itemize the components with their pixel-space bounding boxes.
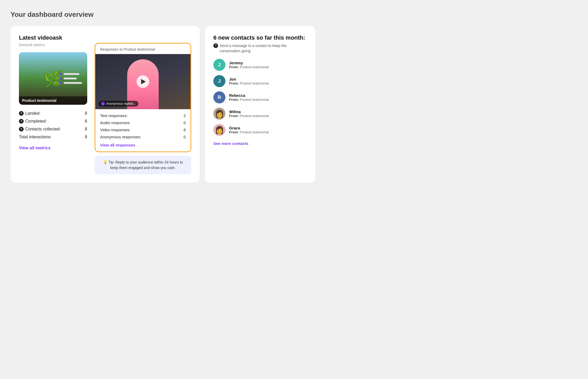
metric-value-completed: 6: [85, 119, 87, 124]
metric-row-landed: ? Landed: 8: [19, 111, 87, 116]
thumb-bar: [64, 73, 79, 75]
contacts-list: J Jeremy From: Product testimonial J Jon…: [213, 59, 307, 136]
contacts-subtitle-text: Send a message to a contact to keep the …: [220, 43, 307, 54]
contact-source-jon: From: Product testimonial: [229, 81, 269, 85]
left-card-title: Latest videoask: [19, 34, 191, 41]
thumb-dot: [60, 73, 62, 75]
metric-row-left: ? Landed:: [19, 111, 40, 116]
metric-value-contacts: 8: [85, 127, 87, 131]
contacts-title: 6 new contacts so far this month:: [213, 34, 307, 41]
dashboard-grid: Latest videoask General metrics 🌿: [11, 26, 315, 183]
stat-label-audio: Audio responses:: [100, 120, 131, 125]
metric-label-landed: Landed:: [25, 111, 40, 116]
metric-value-interactions: 8: [85, 135, 87, 139]
contact-row-wilma: 👩 Wilma From: Product testimonial: [213, 108, 307, 120]
stat-label-text: Text responses:: [100, 113, 128, 118]
help-icon-subtitle: ?: [213, 43, 218, 48]
thumb-line-1: [60, 73, 82, 75]
metric-row-left: ? Completed:: [19, 119, 47, 124]
metric-value-landed: 8: [85, 111, 87, 116]
thumb-lines: [60, 73, 82, 84]
metric-label-interactions: Total interactions:: [19, 135, 52, 139]
contact-info-grace: Grace From: Product testimonial: [229, 126, 269, 134]
thumb-dot: [60, 77, 62, 80]
contact-row-jeremy: J Jeremy From: Product testimonial: [213, 59, 307, 71]
avatar-grace: 👩: [213, 124, 225, 136]
contact-row-grace: 👩 Grace From: Product testimonial: [213, 124, 307, 136]
help-icon[interactable]: ?: [19, 111, 24, 116]
view-all-responses-link[interactable]: View all responses: [95, 139, 140, 151]
play-button[interactable]: [137, 75, 149, 88]
contact-info-wilma: Wilma From: Product testimonial: [229, 109, 269, 118]
response-stat-audio: Audio responses: 0: [100, 120, 186, 125]
see-more-contacts-link[interactable]: See more contacts: [213, 141, 248, 146]
responses-col: Responses to Product testimonial Anonymo…: [95, 43, 191, 174]
avatar-rebecca: R: [213, 91, 225, 103]
contact-name-rebecca: Rebecca: [229, 93, 269, 98]
metrics-label: General metrics: [19, 43, 87, 47]
metric-row-left: ? Contacts collected:: [19, 127, 61, 131]
avatar-jeremy: J: [213, 59, 225, 71]
contact-info-jeremy: Jeremy From: Product testimonial: [229, 61, 269, 69]
right-card: 6 new contacts so far this month: ? Send…: [205, 26, 315, 183]
contact-name-wilma: Wilma: [229, 109, 269, 114]
thumb-line-2: [60, 77, 82, 80]
stat-value-anon: 0: [184, 135, 186, 139]
play-triangle-icon: [141, 79, 146, 84]
metric-label-completed: Completed:: [25, 119, 47, 124]
page-title: Your dashboard overview: [11, 10, 577, 19]
help-icon[interactable]: ?: [19, 127, 24, 131]
contact-info-rebecca: Rebecca From: Product testimonial: [229, 93, 269, 102]
metric-row-left: Total interactions:: [19, 135, 52, 139]
metric-row-interactions: Total interactions: 8: [19, 135, 87, 139]
thumb-line-3: [60, 82, 82, 84]
contact-source-rebecca: From: Product testimonial: [229, 98, 269, 102]
metric-label-contacts: Contacts collected:: [25, 127, 61, 131]
stat-label-anon: Anonymous responses:: [100, 135, 141, 139]
video-preview[interactable]: Anonymous replied...: [95, 54, 190, 109]
thumb-bar: [64, 82, 82, 84]
responses-panel: Responses to Product testimonial Anonymo…: [95, 43, 191, 152]
general-metrics-col: General metrics 🌿: [19, 43, 87, 174]
avatar-jon: J: [213, 75, 225, 87]
contact-source-grace: From: Product testimonial: [229, 130, 269, 134]
thumb-bar: [64, 78, 77, 80]
thumb-dot: [60, 82, 62, 84]
response-stats: Text responses: 2 Audio responses: 0 Vid…: [95, 109, 190, 139]
thumbnail-label: Product testimonial: [19, 96, 87, 105]
stat-value-video: 6: [184, 128, 186, 132]
metric-row-completed: ? Completed: 6: [19, 119, 87, 124]
contact-name-jeremy: Jeremy: [229, 61, 269, 65]
contact-row-jon: J Jon From: Product testimonial: [213, 75, 307, 87]
chat-icon: [101, 102, 105, 106]
stat-value-audio: 0: [184, 120, 186, 125]
response-stat-video: Video responses: 6: [100, 128, 186, 132]
response-stat-text: Text responses: 2: [100, 113, 186, 118]
left-card: Latest videoask General metrics 🌿: [11, 26, 200, 183]
contact-source-jeremy: From: Product testimonial: [229, 65, 269, 69]
response-stat-anon: Anonymous responses: 0: [100, 135, 186, 139]
responses-panel-header: Responses to Product testimonial: [95, 44, 190, 54]
stat-value-text: 2: [184, 113, 186, 118]
videoask-thumbnail[interactable]: 🌿: [19, 52, 87, 105]
contact-source-wilma: From: Product testimonial: [229, 114, 269, 118]
view-all-metrics-link[interactable]: View all metrics: [19, 146, 87, 150]
left-card-content: General metrics 🌿: [19, 43, 191, 174]
metrics-rows: ? Landed: 8 ? Completed: 6: [19, 111, 87, 139]
contact-name-jon: Jon: [229, 77, 269, 81]
stat-label-video: Video responses:: [100, 128, 131, 132]
tip-box: 💡 Tip: Reply to your audience within 24 …: [95, 156, 191, 174]
metric-row-contacts: ? Contacts collected: 8: [19, 127, 87, 131]
anon-badge: Anonymous replied...: [99, 101, 138, 107]
contact-name-grace: Grace: [229, 126, 269, 130]
help-icon[interactable]: ?: [19, 119, 24, 124]
contact-info-jon: Jon From: Product testimonial: [229, 77, 269, 85]
anon-label: Anonymous replied...: [106, 102, 136, 106]
avatar-wilma: 👩: [213, 108, 225, 120]
contacts-subtitle: ? Send a message to a contact to keep th…: [213, 43, 307, 54]
contact-row-rebecca: R Rebecca From: Product testimonial: [213, 91, 307, 103]
